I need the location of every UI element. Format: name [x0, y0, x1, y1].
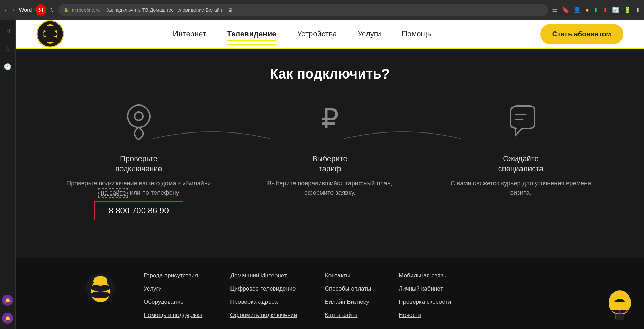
phone-number[interactable]: 8 800 700 86 90 [94, 201, 183, 220]
step3-icon [504, 102, 538, 147]
page-title-text: Как подключить ТВ Домашнее телевидение Б… [105, 7, 222, 13]
footer-link-home-internet[interactable]: Домашний Интернет [230, 272, 297, 279]
svg-point-11 [91, 291, 110, 298]
step1-title: Проверьтеподключение [115, 154, 162, 174]
footer-link-speed-check[interactable]: Проверка скорости [399, 299, 451, 305]
browser-toolbar-right: ☰ 🔖 👤 ● ⬇ ⬇ 🔄 🔋 ⬇ [552, 6, 641, 14]
profile-icon[interactable]: 👤 [573, 6, 581, 14]
site-header: Интернет Телевидение Устройства Услуги П… [16, 20, 644, 49]
nav-services[interactable]: Услуги [357, 27, 381, 41]
footer-col-2: Домашний Интернет Цифровое телевидение П… [230, 272, 297, 319]
footer-link-equipment[interactable]: Оборудование [144, 299, 202, 305]
footer-col-4: Мобильная связь Личный кабинет Проверка … [399, 272, 451, 319]
footer-link-check-address[interactable]: Проверка адреса [230, 299, 297, 305]
footer-logo-area [85, 272, 116, 319]
browser-layout: ⊞ ☆ 🕐 🔔 🔔 Интернет Телевидение Устройств… [0, 20, 644, 329]
sidebar-left: ⊞ ☆ 🕐 🔔 🔔 [0, 20, 16, 329]
footer-link-digital-tv[interactable]: Цифровое телевидение [230, 285, 297, 292]
step3-desc: С вами свяжется курьер для уточнения вре… [448, 179, 593, 198]
step-2: ₽ Выберитетариф Выберите понравившийся т… [257, 102, 402, 198]
refresh-button[interactable]: ↻ [50, 6, 55, 14]
bookmark-icon[interactable]: 🔖 [562, 6, 569, 14]
footer-col-3: Контакты Способы оплаты Билайн Бизнесу К… [325, 272, 371, 319]
footer-link-mobile[interactable]: Мобильная связь [399, 272, 451, 279]
main-nav: Интернет Телевидение Устройства Услуги П… [85, 27, 519, 41]
connector1 [149, 121, 274, 144]
svg-point-3 [43, 36, 57, 42]
footer-link-support[interactable]: Помощь и поддержка [144, 312, 202, 319]
footer-link-news[interactable]: Новости [399, 312, 451, 319]
extension2-icon[interactable]: ⬇ [593, 6, 598, 14]
extension4-icon[interactable]: 🔄 [612, 6, 619, 14]
yandex-icon[interactable]: Я [35, 4, 46, 16]
extension3-icon[interactable]: ⬇ [602, 6, 608, 14]
monitor-icon: 🖥 [228, 7, 233, 13]
connector2 [340, 121, 465, 144]
steps-container: Проверьтеподключение Проверьте подключен… [43, 102, 616, 220]
word-label: ← Word [12, 7, 32, 13]
address-bar[interactable]: 🔒 mirbeeline.ru Как подключить ТВ Домашн… [58, 4, 548, 16]
browser-chrome: ← ← Word Я ↻ 🔒 mirbeeline.ru Как подключ… [0, 0, 644, 20]
site-link[interactable]: на сайте [98, 188, 128, 198]
step-1: Проверьтеподключение Проверьте подключен… [66, 102, 211, 220]
footer-col-1: Города присутствия Услуги Оборудование П… [144, 272, 202, 319]
footer-link-payment[interactable]: Способы оплаты [325, 285, 371, 292]
nav-help[interactable]: Помощь [402, 27, 431, 41]
main-content: Интернет Телевидение Устройства Услуги П… [16, 20, 644, 329]
site-footer: Города присутствия Услуги Оборудование П… [16, 258, 644, 329]
domain-text: mirbeeline.ru [72, 7, 100, 13]
svg-point-6 [135, 112, 143, 120]
svg-point-4 [43, 26, 57, 32]
footer-link-sitemap[interactable]: Карта сайта [325, 312, 371, 319]
footer-link-contacts[interactable]: Контакты [325, 272, 371, 279]
footer-link-business[interactable]: Билайн Бизнесу [325, 299, 371, 305]
beeline-logo [36, 20, 64, 48]
section-title: Как подключить? [43, 66, 616, 82]
nav-tv[interactable]: Телевидение [227, 27, 276, 41]
step3-title: Ожидайтеспециалиста [498, 154, 543, 174]
battery-icon: 🔋 [624, 6, 631, 14]
footer-beeline-logo [85, 272, 116, 303]
notification1-icon[interactable]: 🔔 [2, 295, 13, 306]
step2-title: Выберитетариф [312, 154, 347, 174]
footer-columns: Города присутствия Услуги Оборудование П… [144, 272, 616, 319]
subscribe-button[interactable]: Стать абонентом [540, 24, 623, 44]
reading-mode-icon[interactable]: ☰ [552, 6, 557, 14]
footer-link-cabinet[interactable]: Личный кабинет [399, 285, 451, 292]
footer-link-cities[interactable]: Города присутствия [144, 272, 202, 279]
step1-desc: Проверьте подключение вашего дома к «Бил… [66, 179, 211, 198]
history-icon[interactable]: 🕐 [2, 61, 13, 72]
footer-link-connect[interactable]: Оформить подключение [230, 312, 297, 319]
notification2-icon[interactable]: 🔔 [2, 313, 13, 324]
svg-text:₽: ₽ [321, 103, 339, 134]
step2-desc: Выберите понравившийся тарифный план, оф… [257, 179, 402, 198]
apps-icon[interactable]: ⊞ [2, 25, 13, 36]
back-arrow-icon: ← [3, 7, 10, 14]
star-icon[interactable]: ☆ [2, 43, 13, 54]
svg-point-12 [93, 276, 107, 286]
nav-devices[interactable]: Устройства [297, 27, 337, 41]
main-section: Как подключить? [16, 49, 644, 258]
lock-icon: 🔒 [64, 8, 69, 12]
download-icon[interactable]: ⬇ [635, 6, 641, 14]
back-word-button[interactable]: ← ← Word [3, 7, 32, 14]
extension1-icon[interactable]: ● [585, 7, 589, 14]
balloon-decoration [606, 290, 634, 326]
svg-point-5 [128, 105, 150, 127]
step-3: Ожидайтеспециалиста С вами свяжется курь… [448, 102, 593, 198]
svg-rect-14 [616, 314, 624, 320]
footer-link-services[interactable]: Услуги [144, 285, 202, 292]
nav-internet[interactable]: Интернет [173, 27, 206, 41]
